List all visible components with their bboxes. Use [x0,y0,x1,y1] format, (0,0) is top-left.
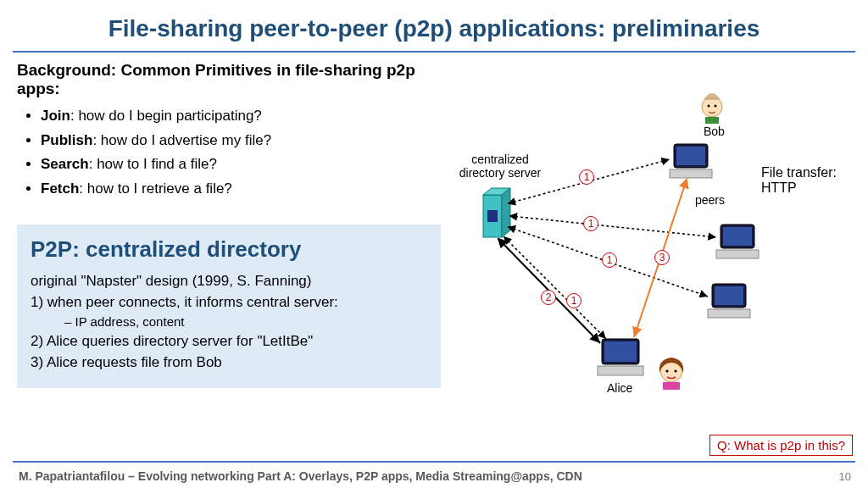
question-callout: Q: What is p2p in this? [709,435,853,456]
term: Search [41,156,89,172]
network-diagram: centralized directory server Bob Alice p… [458,85,856,407]
alice-label: Alice [607,381,632,395]
svg-line-19 [504,237,606,339]
peers-label: peers [695,193,725,207]
footer-text: M. Papatriantafilou – Evolving networkin… [19,469,582,483]
server-label: centralized directory server [449,152,551,180]
svg-point-27 [665,369,668,372]
box-title: P2P: centralized directory [31,236,427,263]
step-number: 3 [654,250,670,265]
alice-avatar-icon [659,358,683,390]
desc: : how to I find a file? [89,156,217,172]
box-line: 3) Alice requests file from Bob [31,352,427,374]
svg-rect-5 [676,147,705,165]
svg-rect-11 [715,286,743,305]
page-number: 10 [839,470,851,483]
list-item: Publish: how do I advertise my file? [41,130,449,152]
desc: : how to I retrieve a file? [79,180,231,197]
computer-icon [598,339,643,375]
left-column: Background: Common Primitives in file-sh… [17,61,449,388]
footer-divider [13,461,855,463]
step-number: 1 [566,293,581,308]
list-item: Search: how to I find a file? [41,153,449,175]
svg-marker-2 [502,188,510,237]
svg-point-23 [708,105,710,108]
svg-rect-3 [487,210,498,222]
svg-rect-9 [716,250,759,258]
primitives-list: Join: how do I begin participating? Publ… [17,105,449,199]
background-heading: Background: Common Primitives in file-sh… [17,61,449,98]
term: Publish [41,132,92,148]
svg-rect-14 [604,341,637,362]
slide-title: File-sharing peer-to-peer (p2p) applicat… [0,0,868,51]
diagram-svg [458,85,856,407]
step-number: 1 [579,169,594,185]
box-line: 2) Alice queries directory server for "L… [31,331,427,352]
term: Fetch [41,180,79,197]
bob-avatar-icon [702,93,722,124]
step-number: 1 [583,216,598,231]
centralized-directory-box: P2P: centralized directory original "Nap… [17,225,441,388]
svg-point-28 [674,369,676,372]
svg-point-24 [715,105,717,108]
box-line: 1) when peer connects, it informs centra… [31,292,427,313]
computer-icon [716,225,759,258]
svg-rect-15 [598,366,643,375]
svg-rect-25 [705,117,719,124]
step-number: 1 [602,252,617,268]
transfer-label: File transfer: HTTP [761,165,854,196]
bob-label: Bob [704,125,725,138]
svg-rect-12 [708,309,750,318]
box-subline: – IP address, content [31,313,427,331]
desc: : how do I begin participating? [70,108,262,124]
term: Join [41,108,70,124]
desc: : how do I advertise my file? [92,132,271,148]
svg-line-17 [510,216,716,237]
box-body: original "Napster" design (1999, S. Fann… [31,271,427,373]
step-number: 2 [541,290,556,305]
svg-rect-6 [670,169,712,178]
svg-rect-29 [663,382,680,390]
box-line: original "Napster" design (1999, S. Fann… [31,271,427,292]
server-icon [483,188,510,237]
list-item: Fetch: how to I retrieve a file? [41,178,449,200]
svg-rect-8 [723,227,752,246]
computer-icon [708,284,750,318]
list-item: Join: how do I begin participating? [41,105,449,127]
computer-icon [670,144,712,178]
